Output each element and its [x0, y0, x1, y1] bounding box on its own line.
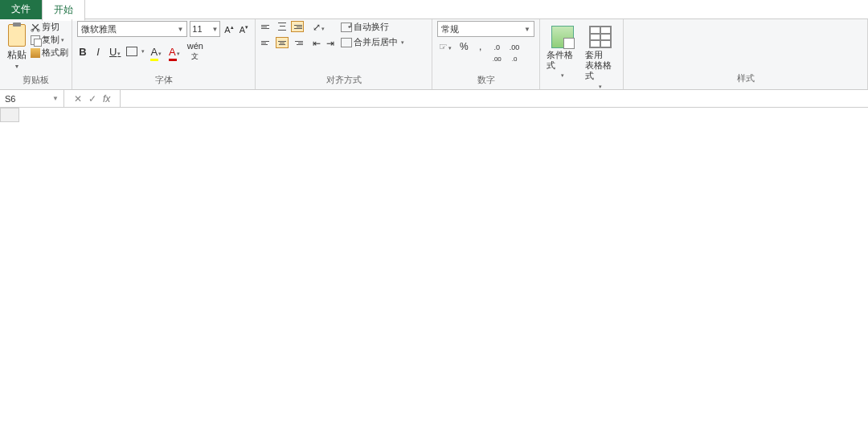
accept-formula-button[interactable]: ✓ [88, 93, 96, 104]
styles-group-label: 样式 [628, 71, 862, 86]
tab-file[interactable]: 文件 [0, 0, 42, 19]
menu-bar: 文件 开始 [0, 0, 868, 19]
spreadsheet-grid [0, 108, 868, 122]
format-painter-button[interactable]: 格式刷 [31, 47, 68, 59]
align-left-button[interactable] [260, 37, 273, 48]
copy-button[interactable]: 复制▾ [31, 34, 68, 46]
number-format-select[interactable]: 常规▼ [437, 21, 534, 37]
group-number: 常规▼ ☞▾ % , .0.00 .00.0 数字 [432, 19, 540, 89]
conditional-format-button[interactable]: 条件格式▾ [545, 24, 580, 81]
group-styles: 样式 [624, 19, 868, 89]
group-font: 微软雅黑▼ 11▼ A▴ A▾ B I U▾ ▾ A▾ A▾ wén文 字体 [72, 19, 256, 89]
ribbon: 粘贴 ▼ 剪切 复制▾ 格式刷 剪贴板 微软雅黑▼ 11▼ A▴ A▾ B I … [0, 19, 868, 90]
font-color-button[interactable]: A▾ [167, 45, 182, 59]
table-icon [589, 26, 612, 48]
align-right-button[interactable] [291, 37, 304, 48]
cancel-formula-button[interactable]: ✕ [74, 93, 82, 104]
conditional-format-icon [551, 26, 574, 48]
align-top-button[interactable] [260, 21, 273, 32]
clipboard-group-label: 剪贴板 [5, 72, 67, 88]
percent-button[interactable]: % [458, 40, 470, 64]
fill-color-button[interactable]: A▾ [149, 45, 163, 59]
format-as-table-button[interactable]: 套用 表格格式▾ [583, 24, 619, 92]
formula-input[interactable] [120, 90, 868, 107]
select-all-corner[interactable] [0, 108, 19, 122]
indent-inc-button[interactable]: ⇥ [325, 37, 336, 50]
paste-label: 粘贴 [7, 48, 27, 62]
decrease-font-button[interactable]: A▾ [238, 23, 250, 35]
brush-icon [31, 48, 40, 58]
indent-dec-button[interactable]: ⇤ [311, 37, 322, 50]
font-name-select[interactable]: 微软雅黑▼ [77, 21, 187, 37]
tab-开始[interactable]: 开始 [42, 0, 85, 21]
paste-button[interactable]: 粘贴 ▼ [5, 21, 29, 72]
comma-button[interactable]: , [475, 40, 486, 64]
wrap-text-button[interactable]: ↲自动换行 [341, 21, 404, 33]
group-clipboard: 粘贴 ▼ 剪切 复制▾ 格式刷 剪贴板 [0, 19, 72, 89]
formula-bar: S6▼ ✕ ✓ fx [0, 90, 868, 108]
group-format: 条件格式▾ 套用 表格格式▾ [540, 19, 624, 89]
border-button[interactable] [126, 47, 137, 56]
bold-button[interactable]: B [77, 45, 88, 59]
align-group-label: 对齐方式 [260, 72, 427, 88]
dec-decimal-button[interactable]: .00.0 [508, 40, 522, 64]
inc-decimal-button[interactable]: .0.00 [491, 40, 503, 64]
increase-font-button[interactable]: A▴ [223, 23, 235, 35]
currency-button[interactable]: ☞▾ [437, 40, 453, 64]
group-align: ⤢▾ ⇤ ⇥ ↲自动换行 合并后居中▾ 对齐方式 [256, 19, 432, 89]
font-size-select[interactable]: 11▼ [190, 21, 220, 37]
copy-icon [31, 35, 40, 45]
name-box[interactable]: S6▼ [0, 90, 64, 107]
merge-icon [341, 38, 352, 47]
font-group-label: 字体 [77, 72, 250, 88]
wrap-icon: ↲ [341, 23, 352, 32]
merge-center-button[interactable]: 合并后居中▾ [341, 36, 404, 48]
underline-button[interactable]: U▾ [108, 45, 122, 59]
align-center-button[interactable] [276, 37, 289, 48]
align-middle-button[interactable] [276, 21, 289, 32]
align-bottom-button[interactable] [291, 21, 304, 32]
cut-button[interactable]: 剪切 [31, 21, 68, 33]
orientation-button[interactable]: ⤢▾ [311, 21, 326, 34]
phonetic-button[interactable]: wén文 [186, 40, 205, 63]
fx-icon[interactable]: fx [103, 93, 110, 104]
clipboard-icon [6, 23, 27, 47]
italic-button[interactable]: I [92, 45, 104, 59]
number-group-label: 数字 [437, 72, 534, 88]
